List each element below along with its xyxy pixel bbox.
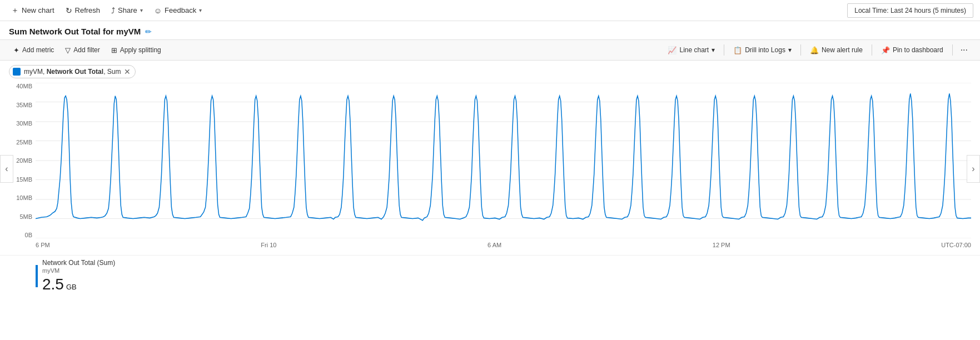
line-chart-chevron-icon: ▾ <box>712 46 715 54</box>
share-chevron-icon: ▾ <box>140 7 143 13</box>
chart-container: 40MB 35MB 30MB 25MB 20MB 15MB 10MB 5MB 0… <box>0 83 980 255</box>
pin-icon: 📌 <box>881 46 890 54</box>
y-label-15mb: 15MB <box>16 176 32 183</box>
line-chart-button[interactable]: 📈 Line chart ▾ <box>663 44 719 57</box>
remove-metric-tag-button[interactable]: ✕ <box>124 68 131 76</box>
metrics-left: ✦ Add metric ▽ Add filter ⊞ Apply splitt… <box>9 44 166 57</box>
legend-subtitle: myVM <box>42 267 115 274</box>
x-label-6am: 6 AM <box>487 242 501 248</box>
metrics-right: 📈 Line chart ▾ 📋 Drill into Logs ▾ 🔔 New… <box>663 43 971 57</box>
y-label-40mb: 40MB <box>16 83 32 89</box>
separator-2 <box>800 44 801 56</box>
separator-1 <box>724 44 724 56</box>
separator-3 <box>872 44 872 56</box>
y-label-30mb: 30MB <box>16 120 32 127</box>
apply-splitting-button[interactable]: ⊞ Apply splitting <box>107 44 166 57</box>
line-chart-icon: 📈 <box>668 46 676 54</box>
more-icon: ··· <box>961 45 968 55</box>
chart-title-bar: Sum Network Out Total for myVM ✏ <box>0 21 980 39</box>
x-label-6pm: 6 PM <box>36 242 50 248</box>
legend-value-number: 2.5 <box>42 276 64 293</box>
top-toolbar: ＋ New chart ↻ Refresh ⤴ Share ▾ ☺ Feedba… <box>0 0 980 21</box>
legend-row: Network Out Total (Sum) myVM 2.5 GB <box>36 259 971 293</box>
share-label: Share <box>118 6 137 14</box>
refresh-label: Refresh <box>75 6 101 14</box>
y-label-35mb: 35MB <box>16 102 32 108</box>
x-label-fri10: Fri 10 <box>261 242 276 248</box>
vm-name: myVM <box>24 68 43 76</box>
edit-icon[interactable]: ✏ <box>145 27 152 36</box>
y-label-20mb: 20MB <box>16 157 32 164</box>
filter-icon: ▽ <box>65 46 71 54</box>
network-line <box>36 93 971 220</box>
add-metric-label: Add metric <box>22 46 54 54</box>
chart-wrapper: 40MB 35MB 30MB 25MB 20MB 15MB 10MB 5MB 0… <box>9 83 971 255</box>
new-chart-button[interactable]: ＋ New chart <box>7 3 59 18</box>
refresh-button[interactable]: ↻ Refresh <box>61 4 105 17</box>
nav-arrow-left[interactable]: ‹ <box>0 155 13 183</box>
x-axis: 6 PM Fri 10 6 AM 12 PM UTC-07:00 <box>36 239 971 255</box>
metric-tags: myVM, Network Out Total, Sum ✕ <box>0 61 980 83</box>
add-metric-button[interactable]: ✦ Add metric <box>9 44 58 57</box>
add-filter-button[interactable]: ▽ Add filter <box>61 44 104 57</box>
feedback-button[interactable]: ☺ Feedback ▾ <box>150 4 206 17</box>
new-alert-rule-button[interactable]: 🔔 New alert rule <box>805 44 867 57</box>
new-chart-label: New chart <box>22 6 54 14</box>
feedback-chevron-icon: ▾ <box>199 7 202 13</box>
more-options-button[interactable]: ··· <box>957 43 971 57</box>
legend-item: Network Out Total (Sum) myVM 2.5 GB <box>42 259 115 293</box>
feedback-label: Feedback <box>165 6 196 14</box>
time-range-label: Local Time: Last 24 hours (5 minutes) <box>854 7 966 14</box>
legend-area: Network Out Total (Sum) myVM 2.5 GB <box>0 255 980 298</box>
x-label-12pm: 12 PM <box>713 242 730 248</box>
add-filter-label: Add filter <box>73 46 100 54</box>
refresh-icon: ↻ <box>66 6 72 15</box>
chart-plot <box>36 83 971 238</box>
y-label-0b: 0B <box>25 232 32 238</box>
line-chart-label: Line chart <box>679 46 709 54</box>
pin-to-dashboard-button[interactable]: 📌 Pin to dashboard <box>877 44 948 57</box>
logs-icon: 📋 <box>733 46 742 54</box>
legend-value-unit: GB <box>66 283 77 291</box>
alert-icon: 🔔 <box>810 46 819 54</box>
legend-color-bar <box>36 265 38 287</box>
new-alert-rule-label: New alert rule <box>822 46 863 54</box>
time-range-section: Local Time: Last 24 hours (5 minutes) <box>847 3 973 18</box>
share-button[interactable]: ⤴ Share ▾ <box>107 4 147 17</box>
chart-title: Sum Network Out Total for myVM <box>9 27 141 36</box>
drill-into-logs-label: Drill into Logs <box>745 46 785 54</box>
splitting-icon: ⊞ <box>111 46 117 54</box>
plus-icon: ＋ <box>11 6 19 16</box>
metric-tag-icon <box>13 68 21 76</box>
metric-tag-text: myVM, Network Out Total, Sum <box>24 68 121 76</box>
y-label-10mb: 10MB <box>16 194 32 201</box>
x-label-utc: UTC-07:00 <box>941 242 971 248</box>
line-chart-svg <box>36 83 971 238</box>
y-label-5mb: 5MB <box>19 213 32 220</box>
logs-chevron-icon: ▾ <box>788 46 792 54</box>
apply-splitting-label: Apply splitting <box>120 46 161 54</box>
toolbar-left: ＋ New chart ↻ Refresh ⤴ Share ▾ ☺ Feedba… <box>7 3 206 18</box>
feedback-icon: ☺ <box>154 6 162 15</box>
legend-value: 2.5 GB <box>42 276 115 293</box>
aggregation: Sum <box>107 68 121 76</box>
metric-tag: myVM, Network Out Total, Sum ✕ <box>9 65 136 78</box>
add-metric-icon: ✦ <box>13 46 19 54</box>
share-icon: ⤴ <box>111 6 115 15</box>
metrics-toolbar: ✦ Add metric ▽ Add filter ⊞ Apply splitt… <box>0 39 980 61</box>
time-range-button[interactable]: Local Time: Last 24 hours (5 minutes) <box>847 3 973 18</box>
drill-into-logs-button[interactable]: 📋 Drill into Logs ▾ <box>729 44 796 57</box>
pin-to-dashboard-label: Pin to dashboard <box>893 46 943 54</box>
nav-arrow-right[interactable]: › <box>967 155 980 183</box>
y-label-25mb: 25MB <box>16 139 32 146</box>
metric-name: Network Out Total <box>47 68 103 76</box>
legend-title: Network Out Total (Sum) <box>42 259 115 267</box>
separator-4 <box>952 44 953 56</box>
chart-area: ‹ › 40MB 35MB 30MB 25MB 20MB 15MB 10MB 5… <box>0 83 980 255</box>
